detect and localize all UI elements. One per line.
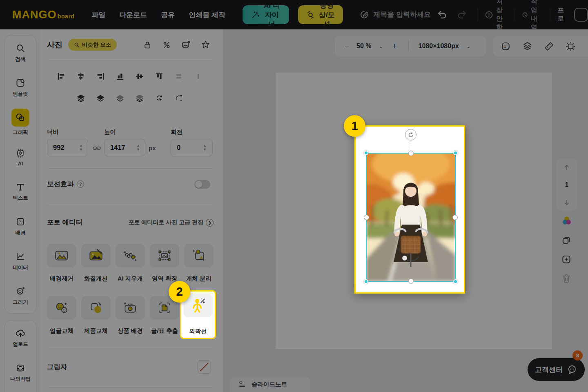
outline-tool-label: 외곽선 bbox=[181, 327, 215, 335]
mangoboard-editor: MANGO board 파일 다운로드 공유 인쇄물 제작 AI 디자이너 동영… bbox=[0, 0, 588, 392]
tutorial-spotlight-image bbox=[354, 125, 465, 294]
tutorial-step-1-badge: 1 bbox=[344, 115, 365, 137]
rotate-connector bbox=[411, 141, 411, 151]
tutorial-dim-overlay bbox=[0, 0, 588, 392]
rotate-handle[interactable] bbox=[405, 129, 416, 140]
selected-photo[interactable] bbox=[366, 153, 456, 282]
tutorial-step-2-badge: 2 bbox=[169, 281, 190, 303]
